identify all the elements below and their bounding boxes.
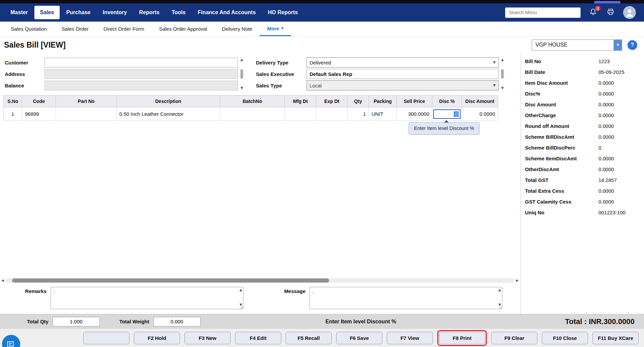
summary-value: 0.0000 xyxy=(598,156,614,162)
summary-value: 0.0000 xyxy=(598,188,614,194)
total-weight-input[interactable] xyxy=(153,317,201,326)
nav-item-ho-reports[interactable]: HO Reports xyxy=(262,6,304,19)
sales-subnav: Sales Quotation Sales Order Direct Order… xyxy=(0,22,644,36)
col-header-batchno: BatchNo xyxy=(220,96,285,107)
f8-print-button[interactable]: F8 Print xyxy=(439,332,485,344)
scroll-up-icon[interactable]: ▲ xyxy=(239,288,242,292)
f1-blank-button[interactable] xyxy=(83,332,129,344)
nav-item-purchase[interactable]: Purchase xyxy=(60,6,96,19)
function-key-bar: F2 Hold F3 New F4 Edit F5 Recall F6 Save… xyxy=(0,329,644,347)
message-textarea[interactable]: . xyxy=(310,287,502,309)
summary-row-item-disc-amount: Item Disc Amount0.0000 xyxy=(521,78,644,88)
customer-scrollbar[interactable]: ▲ ▼ xyxy=(239,57,244,91)
summary-label: GST Calamity Cess xyxy=(525,199,598,205)
page-title: Sales Bill [VIEW] xyxy=(4,41,66,50)
scroll-down-icon[interactable]: ▼ xyxy=(501,86,504,90)
summary-row-gst-calamity-cess: GST Calamity Cess0.0000 xyxy=(521,196,644,207)
scroll-up-icon[interactable]: ▲ xyxy=(240,58,243,61)
branch-select-arrow[interactable]: ▼ xyxy=(614,40,622,50)
help-button[interactable]: ? xyxy=(627,40,637,50)
scrollbar-thumb[interactable] xyxy=(12,278,329,283)
items-table: S.No Code Part No Description BatchNo Mf… xyxy=(3,95,498,121)
f7-view-button[interactable]: F7 View xyxy=(387,332,433,344)
f4-edit-button[interactable]: F4 Edit xyxy=(235,332,281,344)
col-header-disc-pct: Disc % xyxy=(432,96,462,107)
f9-clear-button[interactable]: F9 Clear xyxy=(491,332,537,344)
nav-item-tools[interactable]: Tools xyxy=(166,6,191,19)
title-right-group: VGP HOUSE ▼ ? xyxy=(532,39,640,51)
summary-label: Total GST xyxy=(525,177,598,183)
summary-label: Round off Amount xyxy=(525,123,598,129)
print-button[interactable] xyxy=(606,7,616,18)
user-avatar[interactable] xyxy=(623,6,636,19)
disc-percent-value: 0 xyxy=(454,111,459,117)
scrollbar-track[interactable] xyxy=(5,278,515,283)
nav-item-reports[interactable]: Reports xyxy=(133,6,165,19)
main-area: Customer Address Balance ▲ ▼ Delivery Ty… xyxy=(0,53,644,314)
scroll-thumb[interactable] xyxy=(240,69,243,79)
scroll-right-icon[interactable]: ▶ xyxy=(516,279,519,282)
form-scrollbar[interactable]: ▲ ▼ xyxy=(500,57,505,91)
chevron-down-icon: ▼ xyxy=(493,61,496,64)
subnav-sales-order-approval[interactable]: Sales Order Approval xyxy=(152,22,215,36)
nav-item-finance-and-accounts[interactable]: Finance And Accounts xyxy=(192,6,261,19)
cell-sell-price: 300.0000 xyxy=(397,107,432,121)
summary-row-otherdiscamt: OtherDiscAmt0.0000 xyxy=(521,164,644,175)
disc-percent-input[interactable]: 0 xyxy=(433,109,461,119)
scroll-down-icon[interactable]: ▼ xyxy=(239,303,242,306)
cell-description: 0.50 Inch Leather Connector xyxy=(117,107,220,121)
mid-form: Delivery Type Sales Executive Sales Type… xyxy=(256,57,505,91)
summary-label: Scheme ItemDiscAmt xyxy=(525,156,598,162)
summary-row-round-off: Round off Amount0.0000 xyxy=(521,121,644,132)
nav-item-sales[interactable]: Sales xyxy=(34,6,60,19)
scroll-thumb[interactable] xyxy=(501,69,504,79)
branch-select[interactable]: VGP HOUSE ▼ xyxy=(532,39,622,51)
search-input[interactable] xyxy=(505,7,581,18)
total-qty-input[interactable] xyxy=(53,317,100,326)
table-horizontal-scrollbar[interactable]: ◀ ▶ xyxy=(1,277,519,284)
browser-tab-accent xyxy=(594,1,620,3)
scroll-down-icon[interactable]: ▼ xyxy=(240,86,243,90)
f6-save-button[interactable]: F6 Save xyxy=(336,332,382,344)
subnav-more[interactable]: More ▼ xyxy=(260,22,291,36)
summary-label: Disc% xyxy=(525,91,598,97)
summary-row-othercharge: OtherCharge0.0000 xyxy=(521,110,644,121)
printer-icon xyxy=(607,8,615,17)
f11-buy-xcare-button[interactable]: F11 Buy XCare xyxy=(592,332,639,344)
totals-bar: Total Qty Total Weight Enter Item level … xyxy=(0,314,644,329)
subnav-sales-order[interactable]: Sales Order xyxy=(54,22,96,36)
table-empty-area xyxy=(0,121,521,277)
summary-value: 0.0000 xyxy=(598,134,614,140)
f5-recall-button[interactable]: F5 Recall xyxy=(286,332,332,344)
col-header-sno: S.No xyxy=(4,96,22,107)
scroll-left-icon[interactable]: ◀ xyxy=(1,279,4,282)
f2-hold-button[interactable]: F2 Hold xyxy=(134,332,180,344)
delivery-type-select[interactable]: Delivered ▼ xyxy=(306,57,499,68)
subnav-direct-order-form[interactable]: Direct Order Form xyxy=(96,22,152,36)
summary-label: Disc Amount xyxy=(525,102,598,108)
mid-fields: Delivered ▼ Default Sales Rep Local ▼ xyxy=(306,57,499,91)
summary-value: 0.0000 xyxy=(598,123,614,129)
remarks-textarea[interactable]: . xyxy=(51,287,243,309)
summary-label: Item Disc Amount xyxy=(525,80,598,86)
scroll-down-icon[interactable]: ▼ xyxy=(498,303,501,306)
cell-code: 96899 xyxy=(22,107,56,121)
summary-row-disc-pct: Disc%0.0000 xyxy=(521,88,644,99)
nav-item-master[interactable]: Master xyxy=(5,6,34,19)
sales-executive-input[interactable]: Default Sales Rep xyxy=(306,69,499,79)
f3-new-button[interactable]: F3 New xyxy=(184,332,231,344)
customer-input[interactable] xyxy=(45,58,238,68)
branch-select-value: VGP HOUSE xyxy=(532,40,614,50)
nav-item-inventory[interactable]: Inventory xyxy=(97,6,133,19)
subnav-sales-quotation[interactable]: Sales Quotation xyxy=(3,22,54,36)
subnav-delivery-note[interactable]: Delivery Note xyxy=(214,22,260,36)
summary-row-uniq-no: Uniq No001223-100 xyxy=(521,207,644,218)
scroll-up-icon[interactable]: ▲ xyxy=(498,288,501,292)
cell-mfg-dt xyxy=(285,107,316,121)
notifications-button[interactable]: 2 xyxy=(588,7,598,18)
sales-type-value: Local xyxy=(310,83,322,88)
f10-close-button[interactable]: F10 Close xyxy=(542,332,588,344)
address-field xyxy=(45,69,238,79)
top-navigation: Master Sales Purchase Inventory Reports … xyxy=(0,3,644,22)
scroll-up-icon[interactable]: ▲ xyxy=(501,58,504,61)
